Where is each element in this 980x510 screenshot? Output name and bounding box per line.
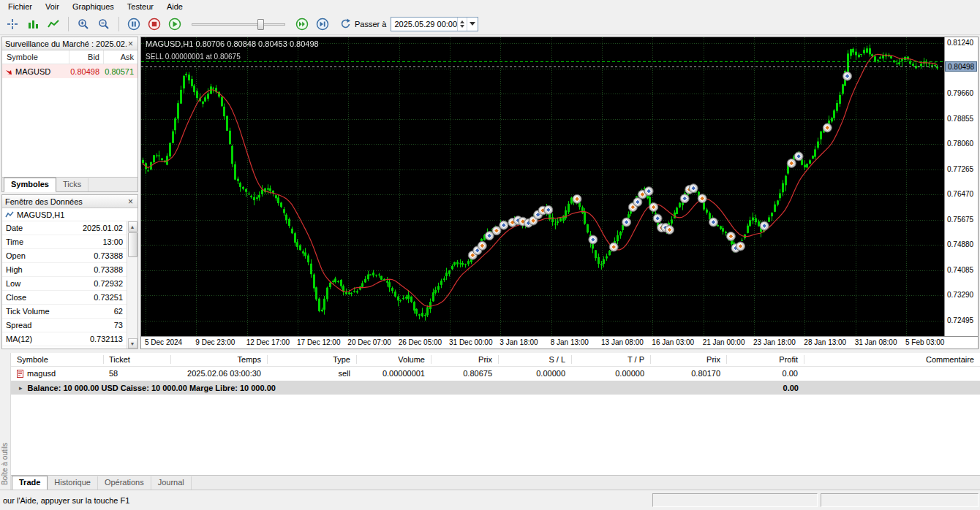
tab-journal[interactable]: Journal	[151, 476, 192, 490]
data-window-symbol-row: MAGUSD,H1	[2, 208, 137, 221]
tab-ticks[interactable]: Ticks	[56, 178, 88, 191]
column-bid[interactable]: Bid	[69, 50, 103, 64]
trade-table-header: SymboleTicketTempsTypeVolumePrixS / LT /…	[11, 353, 980, 367]
terminal-column-prix[interactable]: Prix	[650, 353, 726, 367]
data-window-row-tick-volume: Tick Volume62	[2, 305, 127, 319]
goto-date-value[interactable]: 2025.05.29 00:00	[391, 20, 457, 28]
trade-cell-prix: 0.80170	[650, 367, 726, 381]
status-section	[821, 493, 979, 507]
dw-row-value: 2025.01.02	[83, 224, 123, 232]
speed-slider[interactable]	[190, 17, 287, 31]
pause-icon	[127, 18, 140, 31]
time-axis[interactable]: 5 Dec 20249 Dec 23:0012 Dec 17:0017 Dec …	[141, 336, 978, 349]
main-area: Surveillance du Marché : 2025.02.06 × Sy…	[0, 35, 980, 351]
time-axis-label: 9 Dec 23:00	[195, 338, 235, 346]
fast-forward-icon	[295, 18, 309, 31]
scroll-down-icon[interactable]: ▼	[128, 338, 137, 349]
dw-row-label: High	[6, 265, 23, 274]
terminal-column-temps[interactable]: Temps	[170, 353, 267, 367]
dw-row-value: 62	[114, 307, 123, 316]
symbol-trend-down-icon	[5, 68, 12, 75]
date-spin-button[interactable]	[457, 18, 467, 31]
market-watch-row[interactable]: MAGUSD 0.80498 0.80571	[2, 64, 137, 78]
close-icon[interactable]: ×	[127, 197, 135, 207]
column-ask[interactable]: Ask	[103, 50, 137, 64]
terminal-column-symbole[interactable]: Symbole	[11, 353, 103, 367]
tab-trade[interactable]: Trade	[12, 476, 48, 490]
terminal-column-volume[interactable]: Volume	[356, 353, 431, 367]
toolbox-side-strip: Boîte à outils	[0, 353, 10, 490]
close-icon[interactable]: ×	[127, 39, 135, 49]
trade-cell-ticket: 58	[103, 367, 170, 381]
menu-voir[interactable]: Voir	[39, 1, 66, 12]
speed-slider-track[interactable]	[192, 23, 285, 26]
dw-row-value: 0.73251	[94, 293, 123, 302]
scrollbar-thumb[interactable]	[128, 232, 137, 257]
dw-row-value: 0.73388	[94, 251, 123, 260]
trade-cell-type: sell	[267, 367, 356, 381]
trade-cell-temps: 2025.02.06 03:00:30	[170, 367, 267, 381]
price-axis-label: 0.75675	[947, 216, 973, 224]
dw-row-label: Open	[6, 251, 26, 260]
terminal-column-t-p[interactable]: T / P	[571, 353, 650, 367]
skip-to-end-button[interactable]	[313, 15, 332, 33]
menu-aide[interactable]: Aide	[160, 1, 189, 12]
trade-cell-volume: 0.00000001	[356, 367, 431, 381]
bid-value: 0.80498	[69, 67, 103, 76]
fast-forward-button[interactable]	[293, 15, 312, 33]
terminal-column-s-l[interactable]: S / L	[498, 353, 571, 367]
trade-row[interactable]: magusd582025.02.06 03:00:30sell0.0000000…	[11, 367, 980, 381]
date-dropdown-button[interactable]	[467, 18, 478, 31]
ask-value: 0.80571	[103, 67, 137, 76]
play-button[interactable]	[165, 15, 184, 33]
tab-operations[interactable]: Opérations	[98, 476, 151, 490]
mini-chart-icon	[5, 211, 14, 218]
data-window-row-time: Time13:00	[2, 235, 127, 249]
zoom-in-button[interactable]	[74, 15, 93, 33]
toolbox-vertical-label: Boîte à outils	[1, 443, 9, 485]
status-help-text: our l'Aide, appuyer sur la touche F1	[3, 496, 129, 505]
dw-row-label: Low	[6, 279, 20, 288]
bar-chart-button[interactable]	[23, 15, 42, 33]
price-chart-canvas[interactable]	[141, 37, 944, 336]
status-bar: our l'Aide, appuyer sur la touche F1	[0, 490, 980, 510]
data-window-row-ma-12-: MA(12)0.732113	[2, 332, 127, 346]
data-window-row-high: High0.73388	[2, 263, 127, 277]
scroll-up-icon[interactable]: ▲	[128, 221, 137, 232]
speed-slider-thumb[interactable]	[257, 19, 264, 30]
price-axis[interactable]: 0.80498 0.812400.796600.788550.780600.77…	[944, 37, 978, 336]
line-chart-button[interactable]	[44, 15, 63, 33]
time-axis-label: 13 Jan 08:00	[601, 338, 644, 346]
data-window-row-close: Close0.73251	[2, 291, 127, 305]
dw-row-label: Close	[6, 293, 26, 302]
market-watch-columns: Symbole Bid Ask	[2, 50, 137, 64]
price-axis-label: 0.74880	[947, 240, 973, 248]
column-symbol[interactable]: Symbole	[2, 53, 69, 61]
price-axis-label: 0.79660	[947, 89, 973, 97]
tab-historique[interactable]: Historique	[48, 476, 98, 490]
data-window-row-spread: Spread73	[2, 319, 127, 332]
zoom-out-button[interactable]	[94, 15, 113, 33]
stop-button[interactable]	[145, 15, 164, 33]
pause-button[interactable]	[124, 15, 143, 33]
menu-fichier[interactable]: Fichier	[1, 1, 39, 12]
terminal-column-ticket[interactable]: Ticket	[103, 353, 170, 367]
crosshair-button[interactable]	[3, 15, 22, 33]
dw-row-value: 0.73388	[94, 265, 123, 274]
goto-date-input[interactable]: 2025.05.29 00:00	[391, 17, 478, 31]
terminal-column-prix[interactable]: Prix	[431, 353, 498, 367]
tab-symboles[interactable]: Symboles	[4, 178, 56, 192]
sell-position-label: SELL 0.00000001 at 0.80675	[146, 53, 241, 61]
toolbox-panel: Boîte à outils SymboleTicketTempsTypeVol…	[0, 351, 980, 490]
dw-row-value: 0.732113	[90, 335, 123, 343]
data-window-scrollbar[interactable]: ▲ ▼	[127, 221, 137, 349]
menu-graphiques[interactable]: Graphiques	[66, 1, 121, 12]
price-axis-label: 0.78060	[947, 140, 973, 148]
terminal-column-type[interactable]: Type	[267, 353, 356, 367]
balance-summary: Balance: 10 000.00 USD Caisse: 10 000.00…	[28, 384, 276, 392]
terminal-column-commentaire[interactable]: Commentaire	[804, 353, 980, 367]
balance-row: ▸ Balance: 10 000.00 USD Caisse: 10 000.…	[11, 381, 980, 395]
menu-testeur[interactable]: Testeur	[121, 1, 160, 12]
zoom-in-icon	[78, 18, 89, 30]
terminal-column-profit[interactable]: Profit	[726, 353, 804, 367]
